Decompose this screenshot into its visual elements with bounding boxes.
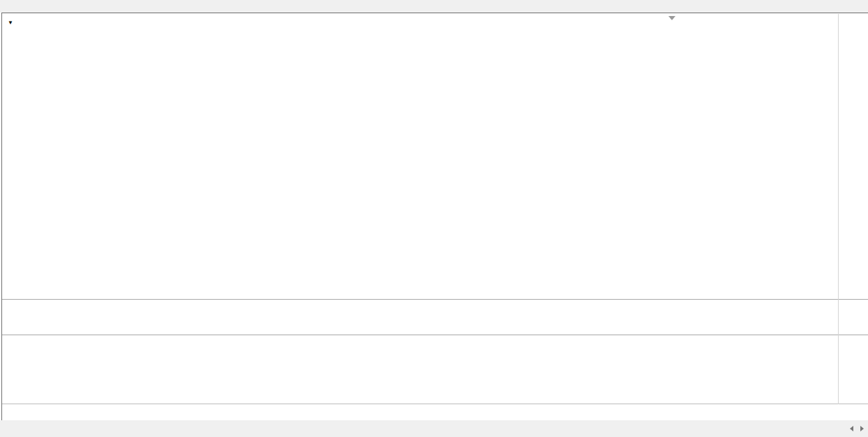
- timeframe-toolbar: [0, 0, 868, 13]
- tab-scroll-left-icon[interactable]: [850, 426, 853, 431]
- application-window: ▼: [0, 0, 868, 437]
- chart-title-collapse-icon[interactable]: ▼: [8, 20, 13, 26]
- macd-rsi-splitter[interactable]: [2, 335, 868, 335]
- tab-scroll-right-icon[interactable]: [860, 426, 864, 431]
- chart-title: ▼: [8, 17, 19, 27]
- chart-tab-bar: [0, 420, 868, 437]
- chart-canvas[interactable]: [2, 13, 868, 420]
- price-axis-divider: [838, 14, 839, 404]
- date-axis-separator: [2, 404, 868, 404]
- chart-window: ▼: [1, 13, 868, 421]
- chart-shift-marker-icon: [668, 16, 675, 20]
- price-macd-splitter[interactable]: [2, 299, 868, 300]
- tab-scroll-controls: [850, 426, 864, 431]
